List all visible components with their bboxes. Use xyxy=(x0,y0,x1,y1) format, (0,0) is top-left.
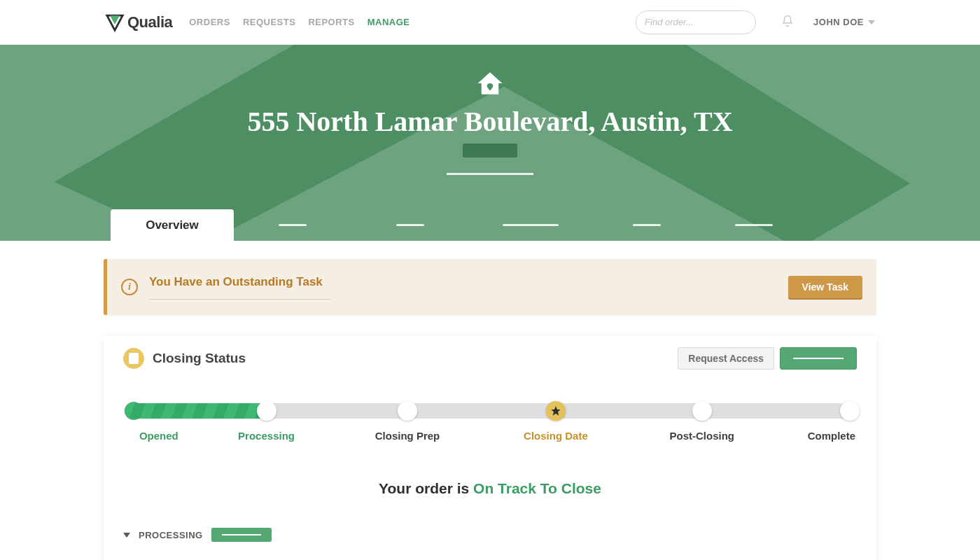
logo[interactable]: Qualia xyxy=(105,13,172,32)
step-label-closing-date: Closing Date xyxy=(524,430,588,442)
step-label-closing-prep: Closing Prep xyxy=(375,430,440,442)
tab-placeholder-4[interactable] xyxy=(592,209,701,241)
progress-track: Opened Processing Closing Prep Closing D… xyxy=(125,403,855,451)
notifications-icon[interactable] xyxy=(781,15,794,30)
star-icon xyxy=(550,405,561,416)
search-input[interactable] xyxy=(645,17,762,27)
banner-subtitle-placeholder xyxy=(149,299,331,300)
hero-separator xyxy=(447,173,533,175)
nav-orders[interactable]: ORDERS xyxy=(189,17,230,27)
section-processing[interactable]: PROCESSING xyxy=(123,528,857,542)
step-label-post-closing: Post-Closing xyxy=(670,430,735,442)
progress-node-post-closing xyxy=(692,401,712,421)
section-badge xyxy=(211,528,272,542)
tab-placeholder-3[interactable] xyxy=(469,209,592,241)
hero: 555 North Lamar Boulevard, Austin, TX Ov… xyxy=(0,45,980,241)
order-status-message: Your order is On Track To Close xyxy=(123,480,857,497)
request-access-button[interactable]: Request Access xyxy=(678,347,774,370)
tab-placeholder-1[interactable] xyxy=(234,209,351,241)
section-label: PROCESSING xyxy=(139,530,203,540)
user-menu[interactable]: JOHN DOE xyxy=(813,17,875,27)
house-icon xyxy=(475,69,505,101)
svg-marker-9 xyxy=(551,406,560,415)
primary-action-button[interactable] xyxy=(780,347,857,370)
progress-node-complete xyxy=(840,401,860,421)
hero-tag xyxy=(463,144,517,158)
tab-placeholder-5[interactable] xyxy=(701,209,806,241)
nav-requests[interactable]: REQUESTS xyxy=(243,17,296,27)
step-label-complete: Complete xyxy=(808,430,855,442)
progress-node-processing xyxy=(257,401,276,421)
view-task-button[interactable]: View Task xyxy=(788,276,862,298)
property-address: 555 North Lamar Boulevard, Austin, TX xyxy=(0,105,980,138)
tab-overview[interactable]: Overview xyxy=(111,209,234,241)
banner-title: You Have an Outstanding Task xyxy=(149,275,331,289)
nav-links: ORDERS REQUESTS REPORTS MANAGE xyxy=(189,17,410,27)
property-tabs: Overview xyxy=(0,209,980,241)
closing-status-title: Closing Status xyxy=(153,351,246,366)
clipboard-icon xyxy=(123,348,144,369)
step-label-processing: Processing xyxy=(238,430,295,442)
outstanding-task-banner: i You Have an Outstanding Task View Task xyxy=(104,259,876,315)
tab-placeholder-2[interactable] xyxy=(351,209,469,241)
chevron-down-icon xyxy=(868,20,875,24)
top-nav: Qualia ORDERS REQUESTS REPORTS MANAGE JO… xyxy=(0,0,980,45)
nav-reports[interactable]: REPORTS xyxy=(308,17,354,27)
progress-node-closing-date xyxy=(546,401,566,421)
progress-fill xyxy=(125,403,267,419)
step-label-opened: Opened xyxy=(139,430,178,442)
nav-manage[interactable]: MANAGE xyxy=(368,17,410,27)
search-box[interactable] xyxy=(636,10,756,34)
collapse-icon xyxy=(123,533,130,538)
logo-mark-icon xyxy=(105,13,125,32)
closing-status-card: Closing Status Request Access Opened Pro… xyxy=(104,336,876,560)
logo-text: Qualia xyxy=(127,13,172,31)
user-name: JOHN DOE xyxy=(813,17,864,27)
info-icon: i xyxy=(121,279,138,295)
progress-node-closing-prep xyxy=(398,401,417,421)
